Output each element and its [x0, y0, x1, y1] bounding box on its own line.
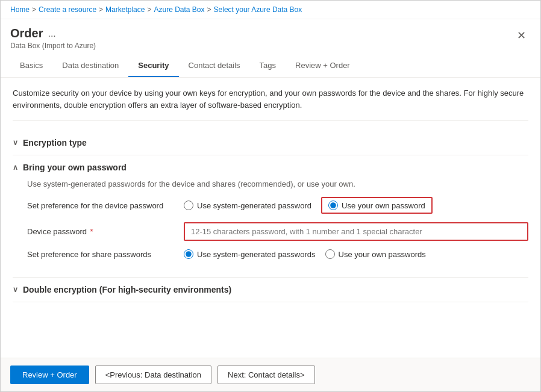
footer: Review + Order <Previous: Data destinati… — [1, 358, 540, 391]
double-encryption-chevron — [13, 285, 18, 294]
double-encryption-section: Double encryption (For high-security env… — [13, 278, 528, 302]
options-menu-button[interactable]: ... — [48, 28, 55, 39]
device-password-preference-label: Set preference for the device password — [27, 201, 184, 210]
breadcrumb: Home > Create a resource > Marketplace >… — [1, 1, 540, 19]
close-button[interactable]: ✕ — [512, 26, 531, 45]
previous-button[interactable]: <Previous: Data destination — [95, 366, 211, 384]
own-device-radio[interactable] — [328, 201, 338, 210]
bring-own-password-desc: Use system-generated passwords for the d… — [27, 179, 528, 188]
section-description: Customize security on your device by usi… — [13, 87, 528, 121]
tab-security[interactable]: Security — [128, 55, 178, 77]
own-device-option[interactable]: Use your own password — [321, 197, 433, 214]
breadcrumb-marketplace[interactable]: Marketplace — [105, 5, 145, 14]
device-password-preference-row: Set preference for the device password U… — [27, 197, 528, 214]
page-title: Order — [10, 26, 43, 40]
own-share-option[interactable]: Use your own passwords — [325, 249, 426, 259]
device-password-radio-group: Use system-generated password Use your o… — [184, 197, 433, 214]
next-button[interactable]: Next: Contact details> — [217, 366, 315, 384]
own-share-radio[interactable] — [325, 249, 335, 259]
tab-tags[interactable]: Tags — [250, 55, 286, 77]
header-left: Order ... Data Box (Import to Azure) — [10, 26, 96, 50]
page-subtitle: Data Box (Import to Azure) — [10, 42, 96, 50]
device-password-input-wrapper — [184, 222, 528, 241]
tab-review-order[interactable]: Review + Order — [286, 55, 360, 77]
encryption-type-chevron — [13, 138, 18, 147]
encryption-type-header[interactable]: Encryption type — [13, 131, 528, 155]
modal-window: Home > Create a resource > Marketplace >… — [0, 0, 541, 392]
sys-gen-device-option[interactable]: Use system-generated password — [184, 201, 311, 210]
sys-gen-device-radio[interactable] — [184, 201, 193, 210]
own-share-label: Use your own passwords — [339, 250, 426, 259]
bring-own-password-chevron — [13, 163, 18, 172]
own-device-label: Use your own password — [342, 201, 425, 210]
double-encryption-header[interactable]: Double encryption (For high-security env… — [13, 278, 528, 302]
encryption-type-title: Encryption type — [23, 138, 87, 148]
bring-own-password-section: Bring your own password Use system-gener… — [13, 155, 528, 278]
encryption-type-section: Encryption type — [13, 131, 528, 155]
main-content: Customize security on your device by usi… — [1, 78, 540, 358]
bring-own-password-title: Bring your own password — [23, 163, 127, 172]
page-header: Order ... Data Box (Import to Azure) ✕ — [1, 19, 540, 55]
sys-gen-share-label: Use system-generated passwords — [197, 250, 316, 259]
device-password-input[interactable] — [185, 223, 527, 240]
sys-gen-share-option[interactable]: Use system-generated passwords — [184, 249, 316, 259]
review-order-button[interactable]: Review + Order — [10, 366, 89, 384]
sys-gen-share-radio[interactable] — [184, 249, 193, 259]
breadcrumb-home[interactable]: Home — [10, 5, 30, 14]
device-password-input-row: Device password * — [27, 222, 528, 241]
breadcrumb-create-resource[interactable]: Create a resource — [39, 5, 96, 14]
sys-gen-device-label: Use system-generated password — [197, 201, 311, 210]
bring-own-password-header[interactable]: Bring your own password — [13, 155, 528, 179]
required-marker: * — [88, 227, 93, 236]
breadcrumb-select-data-box[interactable]: Select your Azure Data Box — [214, 5, 302, 14]
bring-own-password-body: Use system-generated passwords for the d… — [13, 179, 528, 277]
tab-contact-details[interactable]: Contact details — [179, 55, 250, 77]
device-password-label: Device password * — [27, 227, 184, 236]
share-password-radio-group: Use system-generated passwords Use your … — [184, 249, 426, 259]
tab-data-destination[interactable]: Data destination — [52, 55, 128, 77]
share-password-preference-row: Set preference for share passwords Use s… — [27, 249, 528, 259]
tab-basics[interactable]: Basics — [10, 55, 52, 77]
double-encryption-title: Double encryption (For high-security env… — [23, 285, 231, 294]
breadcrumb-azure-data-box[interactable]: Azure Data Box — [154, 5, 204, 14]
tab-bar: Basics Data destination Security Contact… — [1, 55, 540, 78]
share-password-preference-label: Set preference for share passwords — [27, 250, 184, 259]
